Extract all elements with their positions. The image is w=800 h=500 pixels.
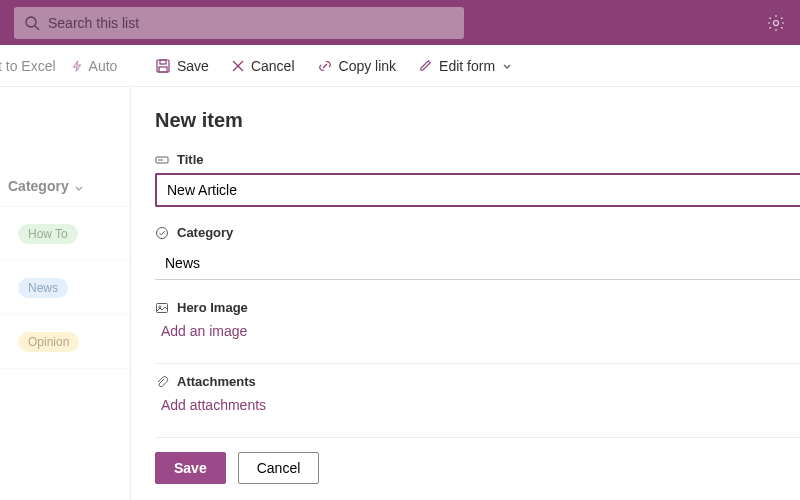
export-excel-button[interactable]: t to Excel <box>0 58 56 74</box>
title-field-label: Title <box>155 152 800 167</box>
category-pill: Opinion <box>18 332 79 352</box>
panel-command-bar: Save Cancel Copy link Edit form <box>155 45 513 86</box>
export-label: t to Excel <box>0 58 56 74</box>
link-icon <box>317 58 333 74</box>
editform-label: Edit form <box>439 58 495 74</box>
copylink-command[interactable]: Copy link <box>317 58 397 74</box>
category-pill: How To <box>18 224 78 244</box>
column-header-label: Category <box>8 178 69 194</box>
add-attachments-link[interactable]: Add attachments <box>155 395 272 421</box>
cancel-button[interactable]: Cancel <box>238 452 320 484</box>
svg-line-1 <box>35 26 39 30</box>
cancel-command[interactable]: Cancel <box>231 58 295 74</box>
search-icon <box>24 15 40 31</box>
svg-point-2 <box>774 20 779 25</box>
search-box[interactable] <box>14 7 464 39</box>
gear-icon[interactable] <box>766 13 786 33</box>
form-footer: Save Cancel <box>155 452 800 484</box>
category-pill: News <box>18 278 68 298</box>
attachment-icon <box>155 375 169 389</box>
text-field-icon <box>155 153 169 167</box>
command-bar: t to Excel Auto Save Cancel Copy link Ed… <box>0 45 800 87</box>
list-row[interactable]: Opinion <box>0 315 129 369</box>
chevron-down-icon <box>501 60 513 72</box>
category-input[interactable] <box>155 246 800 280</box>
content-area: Category How To News Opinion New item Ti… <box>0 87 800 500</box>
svg-rect-4 <box>160 60 166 64</box>
automate-icon <box>70 59 84 73</box>
automate-button[interactable]: Auto <box>70 58 118 74</box>
background-commands: t to Excel Auto <box>0 58 130 74</box>
panel-heading: New item <box>155 109 800 132</box>
image-icon <box>155 301 169 315</box>
cancel-command-label: Cancel <box>251 58 295 74</box>
svg-point-0 <box>26 17 36 27</box>
divider <box>155 363 800 364</box>
add-image-link[interactable]: Add an image <box>155 321 253 347</box>
title-input[interactable] <box>155 173 800 207</box>
list-row[interactable]: How To <box>0 207 129 261</box>
attachments-field-label: Attachments <box>155 374 800 389</box>
close-icon <box>231 59 245 73</box>
category-field-label: Category <box>155 225 800 240</box>
choice-icon <box>155 226 169 240</box>
column-header-category[interactable]: Category <box>0 87 129 207</box>
save-command[interactable]: Save <box>155 58 209 74</box>
list-row[interactable]: News <box>0 261 129 315</box>
divider <box>155 437 800 438</box>
svg-point-10 <box>157 227 168 238</box>
list-background: Category How To News Opinion <box>0 87 130 500</box>
search-input[interactable] <box>48 15 454 31</box>
automate-label: Auto <box>89 58 118 74</box>
save-command-label: Save <box>177 58 209 74</box>
copylink-label: Copy link <box>339 58 397 74</box>
edit-icon <box>418 58 433 73</box>
new-item-panel: New item Title Category Hero Image Add a… <box>130 87 800 500</box>
hero-field-label: Hero Image <box>155 300 800 315</box>
editform-command[interactable]: Edit form <box>418 58 513 74</box>
save-icon <box>155 58 171 74</box>
svg-rect-5 <box>159 67 167 72</box>
app-top-bar <box>0 0 800 45</box>
chevron-down-icon <box>73 182 85 194</box>
save-button[interactable]: Save <box>155 452 226 484</box>
